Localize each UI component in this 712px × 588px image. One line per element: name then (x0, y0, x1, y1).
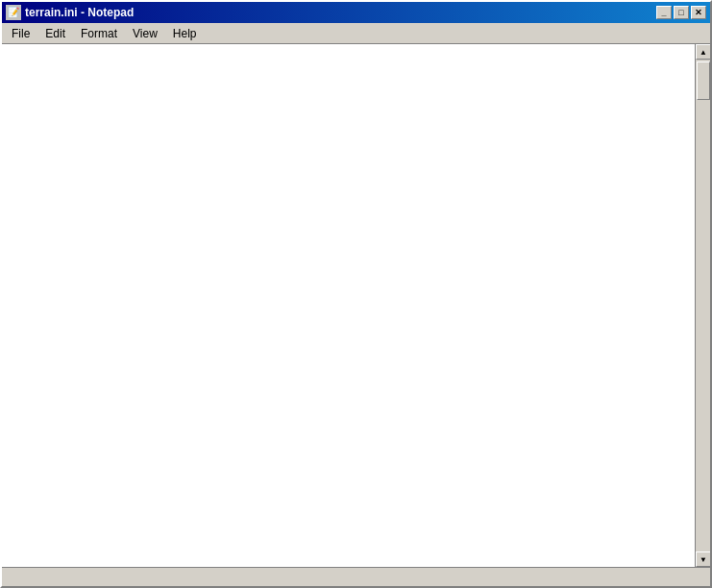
status-bar (2, 567, 710, 586)
title-bar: 📝 terrain.ini - Notepad _ □ ✕ (2, 2, 710, 23)
menu-view[interactable]: View (125, 25, 165, 42)
scroll-down-button[interactable]: ▼ (696, 551, 710, 567)
window-title: terrain.ini - Notepad (25, 6, 134, 19)
menu-help[interactable]: Help (165, 25, 205, 42)
title-bar-left: 📝 terrain.ini - Notepad (6, 5, 134, 20)
title-buttons: _ □ ✕ (656, 6, 706, 19)
scroll-up-button[interactable]: ▲ (696, 44, 710, 60)
scroll-track[interactable] (696, 60, 710, 551)
main-window: 📝 terrain.ini - Notepad _ □ ✕ File Edit … (0, 0, 712, 588)
scroll-thumb[interactable] (697, 61, 710, 100)
menu-bar: File Edit Format View Help (2, 23, 710, 44)
text-editor[interactable] (2, 44, 695, 567)
editor-container: ▲ ▼ (2, 44, 710, 567)
menu-file[interactable]: File (4, 25, 37, 42)
close-button[interactable]: ✕ (691, 6, 706, 19)
app-icon: 📝 (6, 5, 21, 20)
menu-edit[interactable]: Edit (37, 25, 73, 42)
maximize-button[interactable]: □ (674, 6, 689, 19)
vertical-scrollbar[interactable]: ▲ ▼ (695, 44, 710, 567)
minimize-button[interactable]: _ (656, 6, 672, 19)
menu-format[interactable]: Format (73, 25, 125, 42)
